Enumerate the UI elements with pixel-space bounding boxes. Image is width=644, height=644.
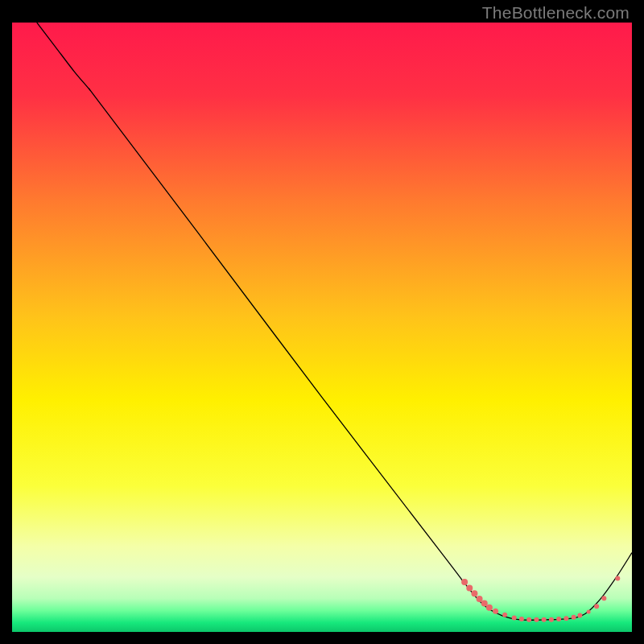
curve-marker xyxy=(477,596,483,602)
curve-marker xyxy=(577,613,582,618)
curve-marker xyxy=(534,617,539,622)
chart-container: TheBottleneck.com xyxy=(0,0,644,644)
curve-marker xyxy=(601,596,606,601)
curve-marker xyxy=(542,617,547,622)
curve-marker xyxy=(615,576,620,580)
curve-marker xyxy=(481,600,488,606)
curve-marker xyxy=(502,613,507,617)
gradient-background xyxy=(12,23,632,632)
curve-marker xyxy=(466,585,473,592)
curve-marker xyxy=(519,617,524,621)
curve-marker xyxy=(549,617,554,622)
curve-marker xyxy=(471,590,477,597)
curve-marker xyxy=(486,605,493,611)
curve-marker xyxy=(587,610,591,614)
attribution-text: TheBottleneck.com xyxy=(482,3,630,23)
bottleneck-chart xyxy=(12,23,632,632)
curve-marker xyxy=(572,615,576,620)
curve-marker xyxy=(512,616,517,621)
curve-marker xyxy=(526,617,531,622)
curve-marker xyxy=(493,609,498,614)
curve-marker xyxy=(564,616,568,621)
curve-marker xyxy=(461,579,468,585)
curve-marker xyxy=(556,617,561,621)
curve-marker xyxy=(594,604,599,609)
